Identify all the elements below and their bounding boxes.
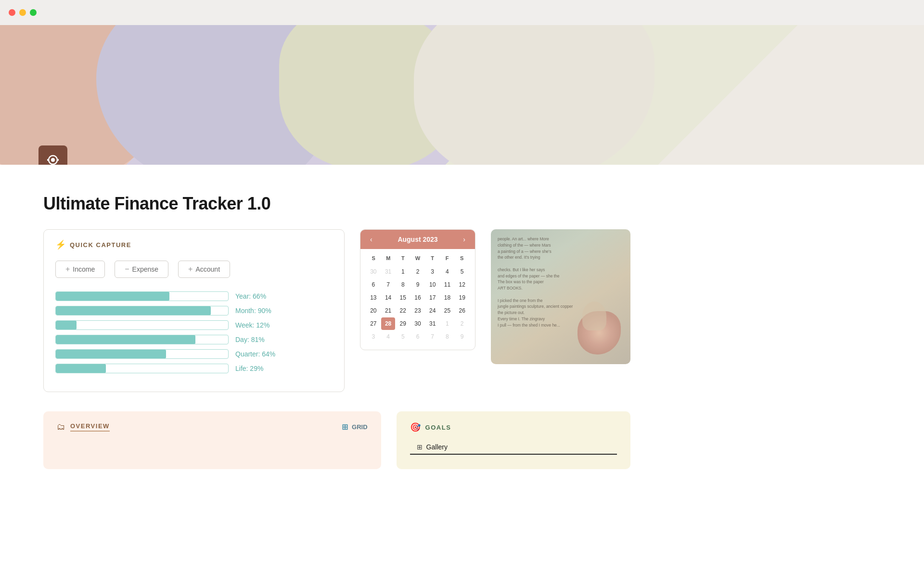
progress-label: Week: 12% bbox=[235, 321, 270, 329]
calendar-day[interactable]: 30 bbox=[411, 317, 425, 330]
overview-header: 🗂 OVERVIEW ⊞ GRID bbox=[57, 422, 368, 432]
calendar-day[interactable]: 27 bbox=[366, 317, 381, 330]
calendar-day[interactable]: 12 bbox=[455, 278, 469, 291]
calendar-prev-button[interactable]: ‹ bbox=[367, 235, 375, 244]
calendar-day[interactable]: 20 bbox=[366, 304, 381, 317]
gallery-tab[interactable]: ⊞ Gallery bbox=[410, 440, 617, 455]
progress-bar-fill bbox=[56, 335, 195, 344]
maximize-button[interactable] bbox=[30, 9, 37, 16]
calendar-weekday: F bbox=[440, 254, 455, 263]
calendar-day[interactable]: 1 bbox=[440, 317, 455, 330]
progress-bar-fill bbox=[56, 292, 169, 301]
capture-buttons: + Income − Expense + Account bbox=[55, 261, 333, 278]
calendar-day[interactable]: 14 bbox=[381, 291, 396, 304]
calendar-day[interactable]: 28 bbox=[381, 317, 396, 330]
calendar-day[interactable]: 23 bbox=[411, 304, 425, 317]
calendar-day[interactable]: 21 bbox=[381, 304, 396, 317]
calendar-day[interactable]: 6 bbox=[411, 330, 425, 343]
calendar-day[interactable]: 6 bbox=[366, 278, 381, 291]
calendar-weekday: M bbox=[381, 254, 396, 263]
stack-icon: 🗂 bbox=[57, 422, 65, 432]
bottom-row: 🗂 OVERVIEW ⊞ GRID 🎯 GOALS ⊞ Gallery bbox=[43, 411, 630, 469]
calendar-day[interactable]: 1 bbox=[396, 265, 410, 278]
calendar-day[interactable]: 19 bbox=[455, 291, 469, 304]
calendar-day[interactable]: 3 bbox=[425, 265, 440, 278]
progress-item: Quarter: 64% bbox=[55, 349, 333, 359]
close-button[interactable] bbox=[9, 9, 15, 16]
calendar-weekday: T bbox=[396, 254, 411, 263]
calendar-day[interactable]: 7 bbox=[425, 330, 440, 343]
progress-bar-fill bbox=[56, 321, 77, 329]
calendar-day[interactable]: 11 bbox=[440, 278, 455, 291]
income-label: Income bbox=[73, 265, 95, 273]
minimize-button[interactable] bbox=[19, 9, 26, 16]
main-content: Ultimate Finance Tracker 1.0 ⚡ QUICK CAP… bbox=[0, 165, 674, 488]
goals-header: 🎯 GOALS bbox=[410, 422, 617, 433]
calendar-day[interactable]: 9 bbox=[455, 330, 469, 343]
calendar-day[interactable]: 22 bbox=[396, 304, 410, 317]
calendar-day[interactable]: 3 bbox=[366, 330, 381, 343]
calendar-day[interactable]: 8 bbox=[396, 278, 410, 291]
progress-item: Year: 66% bbox=[55, 291, 333, 301]
calendar-day[interactable]: 9 bbox=[411, 278, 425, 291]
progress-bar-fill bbox=[56, 306, 211, 315]
calendar-day[interactable]: 29 bbox=[396, 317, 410, 330]
progress-bar-bg bbox=[55, 320, 229, 330]
overview-card: 🗂 OVERVIEW ⊞ GRID bbox=[43, 411, 381, 469]
progress-bar-bg bbox=[55, 335, 229, 344]
hero-blob-4 bbox=[414, 25, 654, 165]
photo-card: people. An art... where More clothing of… bbox=[491, 229, 630, 364]
page-title: Ultimate Finance Tracker 1.0 bbox=[43, 194, 630, 214]
progress-item: Month: 90% bbox=[55, 306, 333, 315]
income-button[interactable]: + Income bbox=[55, 261, 105, 278]
grid-icon: ⊞ bbox=[342, 422, 348, 432]
calendar-day[interactable]: 25 bbox=[440, 304, 455, 317]
progress-item: Day: 81% bbox=[55, 335, 333, 344]
calendar-next-button[interactable]: › bbox=[460, 235, 468, 244]
calendar-day[interactable]: 4 bbox=[381, 330, 396, 343]
expense-button[interactable]: − Expense bbox=[115, 261, 168, 278]
calendar-day[interactable]: 8 bbox=[440, 330, 455, 343]
progress-bar-fill bbox=[56, 364, 106, 373]
calendar-day[interactable]: 18 bbox=[440, 291, 455, 304]
calendar-day[interactable]: 31 bbox=[425, 317, 440, 330]
calendar-day[interactable]: 24 bbox=[425, 304, 440, 317]
goals-title: GOALS bbox=[425, 424, 451, 431]
progress-bar-bg bbox=[55, 291, 229, 301]
calendar-day[interactable]: 2 bbox=[455, 317, 469, 330]
calendar-weekdays: SMTWTFS bbox=[366, 254, 469, 263]
target-icon: 🎯 bbox=[410, 422, 421, 433]
plus-icon-2: + bbox=[188, 265, 192, 274]
progress-bar-bg bbox=[55, 306, 229, 315]
calendar-day[interactable]: 2 bbox=[411, 265, 425, 278]
calendar-day[interactable]: 16 bbox=[411, 291, 425, 304]
progress-item: Life: 29% bbox=[55, 364, 333, 373]
calendar-day[interactable]: 15 bbox=[396, 291, 410, 304]
calendar-weekday: T bbox=[425, 254, 440, 263]
calendar-day[interactable]: 7 bbox=[381, 278, 396, 291]
calendar-day[interactable]: 30 bbox=[366, 265, 381, 278]
svg-rect-3 bbox=[57, 159, 59, 161]
calendar-weekday: W bbox=[411, 254, 425, 263]
quick-capture-card: ⚡ QUICK CAPTURE + Income − Expense + Acc… bbox=[43, 229, 345, 392]
account-button[interactable]: + Account bbox=[178, 261, 230, 278]
progress-bar-fill bbox=[56, 350, 166, 358]
calendar-card: ‹ August 2023 › SMTWTFS 3031123456789101… bbox=[360, 229, 475, 350]
calendar-day[interactable]: 26 bbox=[455, 304, 469, 317]
calendar-day[interactable]: 10 bbox=[425, 278, 440, 291]
calendar-weekday: S bbox=[366, 254, 381, 263]
calendar-day[interactable]: 17 bbox=[425, 291, 440, 304]
progress-section: Year: 66% Month: 90% Week: 12% Day: 81% … bbox=[55, 291, 333, 373]
progress-bar-bg bbox=[55, 364, 229, 373]
calendar-header: ‹ August 2023 › bbox=[360, 230, 475, 249]
calendar-day[interactable]: 13 bbox=[366, 291, 381, 304]
goals-card: 🎯 GOALS ⊞ Gallery bbox=[397, 411, 630, 469]
calendar-day[interactable]: 31 bbox=[381, 265, 396, 278]
lightning-icon: ⚡ bbox=[55, 239, 66, 250]
calendar-day[interactable]: 5 bbox=[455, 265, 469, 278]
progress-label: Day: 81% bbox=[235, 336, 265, 343]
calendar-day[interactable]: 5 bbox=[396, 330, 410, 343]
calendar-days[interactable]: 3031123456789101112131415161718192021222… bbox=[366, 265, 469, 343]
grid-text: GRID bbox=[352, 423, 368, 431]
calendar-day[interactable]: 4 bbox=[440, 265, 455, 278]
